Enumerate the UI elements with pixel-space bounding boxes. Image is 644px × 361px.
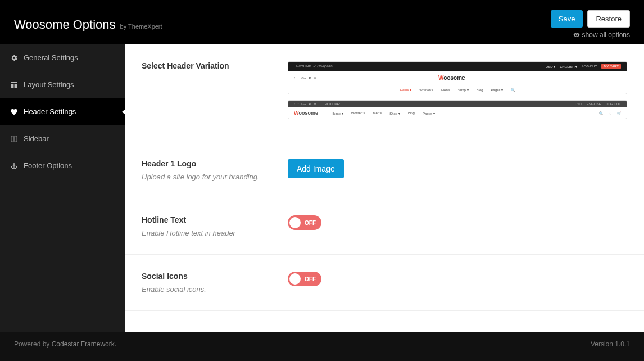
anchor-icon <box>10 162 18 170</box>
brand-logo: Woosome <box>294 110 318 116</box>
toggle-state: OFF <box>305 220 316 226</box>
gear-icon <box>10 54 18 62</box>
panel-byline: by ThemeXpert <box>120 23 162 30</box>
restore-button[interactable]: Restore <box>587 10 630 28</box>
search-icon: 🔍 <box>511 88 515 92</box>
option-title: Header 1 Logo <box>142 159 288 168</box>
option-title: Social Icons <box>142 272 288 281</box>
sidebar-nav: General Settings Layout Settings Header … <box>0 44 125 332</box>
option-title: Select Header Variation <box>142 61 288 70</box>
toggle-knob <box>289 217 301 228</box>
option-description: Enable Hotline text in header <box>142 229 288 237</box>
header-variation-2[interactable]: ftG+PVHOTLINE: USDENGLISHLOG OUT Woosome… <box>288 100 627 119</box>
version-label: Version 1.0.1 <box>591 340 630 348</box>
option-description: Upload a site logo for your branding. <box>142 173 288 181</box>
option-description: Enable social icons. <box>142 285 288 294</box>
header-title-group: Woosome Options by ThemeXpert <box>14 17 162 32</box>
add-image-button[interactable]: Add Image <box>288 159 344 178</box>
cart-icon: 🛒 <box>617 111 621 115</box>
options-content: Select Header Variation HOTLINE+1(234)56… <box>125 44 644 332</box>
header-actions: Save Restore show all options <box>551 10 630 39</box>
sidebar-item-layout[interactable]: Layout Settings <box>0 71 125 98</box>
option-social-icons: Social Icons Enable social icons. OFF <box>125 255 644 311</box>
cart-icon: MY CART <box>601 64 621 69</box>
show-all-options-link[interactable]: show all options <box>573 31 630 39</box>
sidebar-item-sidebar[interactable]: Sidebar <box>0 125 125 152</box>
sidebar-label: Header Settings <box>24 107 76 116</box>
columns-icon <box>10 135 18 143</box>
header-variation-1[interactable]: HOTLINE+1(234)5678 USD ▾ ENGLISH ▾ LOG O… <box>288 61 627 94</box>
toggle-state: OFF <box>305 276 316 282</box>
framework-link[interactable]: Codestar Framework <box>52 340 115 348</box>
brand-logo: Woosome <box>438 75 465 81</box>
sidebar-label: Footer Options <box>24 161 72 170</box>
sidebar-label: General Settings <box>24 53 78 62</box>
sidebar-item-footer[interactable]: Footer Options <box>0 152 125 179</box>
header-variation-picker: HOTLINE+1(234)5678 USD ▾ ENGLISH ▾ LOG O… <box>288 61 627 125</box>
powered-by: Powered by Codestar Framework. <box>14 340 116 348</box>
layout-icon <box>10 81 18 89</box>
toggle-knob <box>289 273 301 285</box>
panel-title: Woosome Options <box>14 17 116 32</box>
sidebar-item-header[interactable]: Header Settings <box>0 98 125 125</box>
hotline-toggle[interactable]: OFF <box>288 215 321 230</box>
options-footer: Powered by Codestar Framework. Version 1… <box>0 332 644 356</box>
save-button[interactable]: Save <box>551 10 583 28</box>
option-hotline-text: Hotline Text Enable Hotline text in head… <box>125 198 644 255</box>
social-toggle[interactable]: OFF <box>288 272 321 286</box>
sidebar-label: Layout Settings <box>24 80 74 89</box>
options-header: Woosome Options by ThemeXpert Save Resto… <box>0 0 644 44</box>
sidebar-item-general[interactable]: General Settings <box>0 44 125 71</box>
search-icon: 🔍 <box>599 111 603 115</box>
social-icons-preview: ftG+PV <box>294 76 316 80</box>
option-header-variation: Select Header Variation HOTLINE+1(234)56… <box>125 44 644 142</box>
option-title: Hotline Text <box>142 215 288 224</box>
heart-icon: ♡ <box>609 111 611 115</box>
eye-icon <box>573 31 580 38</box>
heart-icon <box>10 108 18 116</box>
option-header-logo: Header 1 Logo Upload a site logo for you… <box>125 142 644 198</box>
sidebar-label: Sidebar <box>24 134 49 143</box>
